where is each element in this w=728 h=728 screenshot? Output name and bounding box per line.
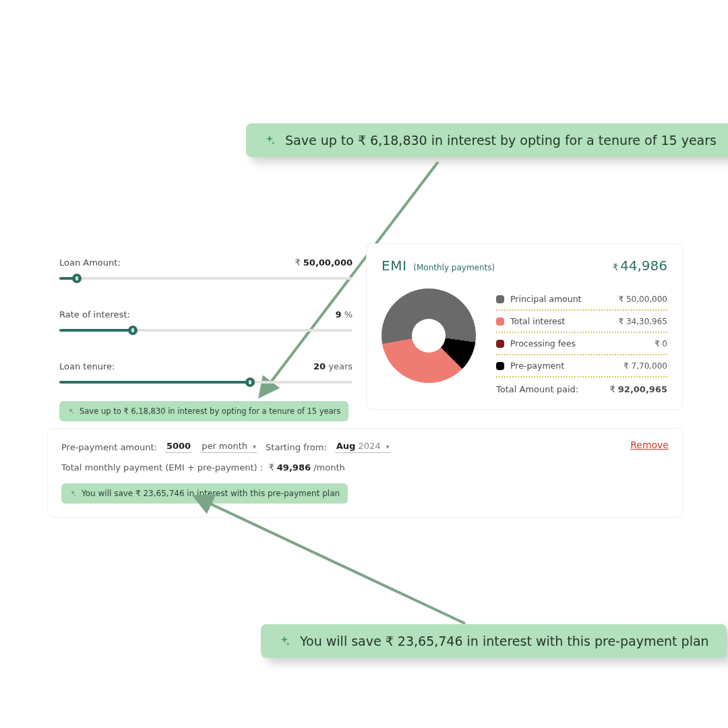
legend-label-fees: Processing fees	[510, 338, 576, 348]
loan-tenure-slider[interactable]	[59, 381, 353, 384]
emi-value: ₹44,986	[613, 257, 667, 274]
loan-amount-slider[interactable]	[59, 277, 353, 280]
prepay-amount-label: Pre-payment amount:	[61, 442, 157, 452]
legend-total-label: Total Amount paid:	[496, 384, 578, 394]
interest-rate-label: Rate of interest:	[59, 309, 130, 320]
legend-value-principal: ₹ 50,00,000	[618, 295, 667, 304]
savings-tip-text: You will save ₹ 23,65,746 in interest wi…	[300, 634, 709, 648]
savings-tip-text: Save up to ₹ 6,18,830 in interest by opt…	[285, 133, 717, 148]
sparkle-icon	[69, 490, 76, 497]
savings-tip-callout-top: Save up to ₹ 6,18,830 in interest by opt…	[246, 123, 728, 157]
legend-total-value: ₹ 92,00,965	[609, 384, 667, 394]
emi-legend: Principal amount ₹ 50,00,000 Total inter…	[496, 289, 667, 394]
legend-label-principal: Principal amount	[510, 294, 581, 304]
loan-tenure-value: 20 years	[313, 361, 353, 371]
interest-rate-slider[interactable]	[59, 329, 353, 332]
prepay-start-select[interactable]: Aug 2024▾	[335, 441, 391, 453]
sparkle-icon	[264, 134, 276, 146]
loan-inputs-panel: Loan Amount: ₹ 50,00,000 Rate of interes…	[59, 257, 353, 384]
prepay-total-line: Total monthly payment (EMI + pre-payment…	[61, 462, 669, 473]
savings-tip-callout-bottom: You will save ₹ 23,65,746 in interest wi…	[261, 624, 727, 658]
interest-rate-value: 9 %	[335, 309, 353, 320]
emi-breakdown-donut	[382, 289, 476, 383]
legend-swatch-fees	[496, 340, 504, 348]
loan-tenure-label: Loan tenure:	[59, 361, 115, 371]
legend-value-interest: ₹ 34,30,965	[618, 317, 667, 326]
prepay-savings-chip-text: You will save ₹ 23,65,746 in interest wi…	[82, 489, 340, 498]
emi-title: EMI	[382, 257, 406, 274]
legend-label-prepay: Pre-payment	[510, 361, 564, 371]
sparkle-icon	[278, 635, 291, 647]
loan-amount-label: Loan Amount:	[59, 257, 121, 268]
legend-value-fees: ₹ 0	[655, 339, 667, 348]
legend-swatch-principal	[496, 295, 504, 303]
sparkle-icon	[67, 408, 74, 415]
tenure-savings-chip-text: Save up to ₹ 6,18,830 in interest by opt…	[80, 406, 340, 416]
tenure-savings-chip: Save up to ₹ 6,18,830 in interest by opt…	[59, 401, 348, 421]
remove-prepayment-link[interactable]: Remove	[630, 439, 669, 450]
legend-swatch-interest	[496, 317, 504, 326]
prepay-frequency-select[interactable]: per month▾	[200, 441, 257, 453]
chevron-down-icon: ▾	[253, 443, 256, 450]
emi-summary-panel: EMI (Monthly payments) ₹44,986 Principal…	[366, 243, 683, 410]
prepay-amount-input[interactable]: 5000	[165, 441, 192, 453]
chevron-down-icon: ▾	[386, 443, 389, 450]
legend-value-prepay: ₹ 7,70,000	[624, 361, 667, 371]
prepay-start-label: Starting from:	[266, 442, 327, 452]
legend-label-interest: Total interest	[510, 316, 565, 326]
emi-subtitle: (Monthly payments)	[413, 263, 495, 272]
prepayment-panel: Remove Pre-payment amount: 5000 per mont…	[47, 428, 683, 518]
prepay-savings-chip: You will save ₹ 23,65,746 in interest wi…	[61, 483, 348, 504]
loan-amount-value: ₹ 50,00,000	[295, 257, 353, 268]
legend-swatch-prepay	[496, 362, 504, 370]
